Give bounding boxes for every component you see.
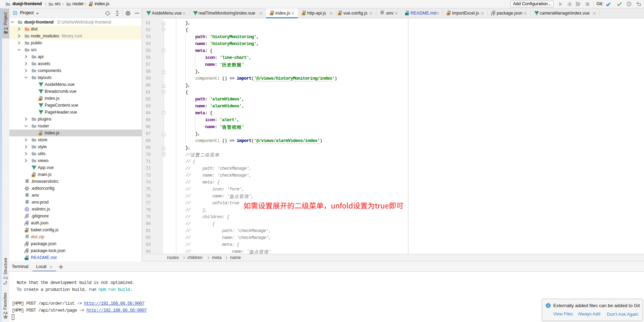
svg-text:JS: JS [39, 133, 42, 135]
svg-text:{}: {} [25, 243, 28, 247]
svg-text:JS: JS [338, 13, 341, 15]
svg-text:JS: JS [270, 13, 273, 15]
svg-text:MD: MD [405, 13, 408, 15]
svg-text:JS: JS [447, 13, 450, 15]
svg-text:JS: JS [302, 13, 305, 15]
svg-text:JS: JS [89, 4, 92, 6]
svg-text:{}: {} [491, 12, 495, 16]
svg-text:JS: JS [32, 175, 35, 177]
svg-text:MD: MD [25, 258, 28, 260]
svg-text:{}: {} [25, 223, 28, 226]
svg-text:JS: JS [25, 230, 28, 232]
svg-text:{}: {} [25, 250, 28, 253]
svg-text:JS: JS [39, 98, 42, 101]
